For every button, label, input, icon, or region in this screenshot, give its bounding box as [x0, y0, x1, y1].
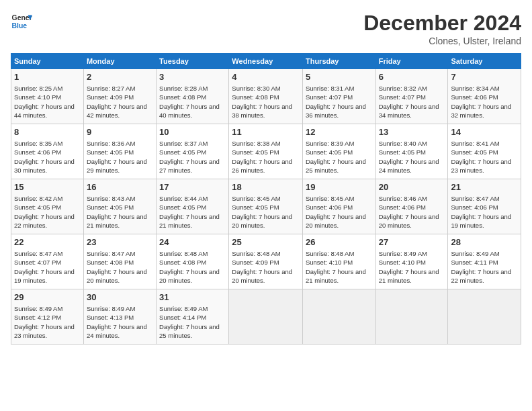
col-friday: Friday [375, 54, 448, 69]
week-row-5: 29Sunrise: 8:49 AMSunset: 4:12 PMDayligh… [11, 289, 521, 345]
sunrise-label: Sunrise: 8:32 AM [379, 85, 427, 92]
main-title: December 2024 [363, 11, 521, 36]
sunset-label: Sunset: 4:08 PM [232, 93, 279, 101]
cell-3-3: 17Sunrise: 8:44 AMSunset: 4:05 PMDayligh… [157, 179, 229, 234]
sunrise-label: Sunrise: 8:37 AM [159, 140, 208, 147]
daylight-label: Daylight: 7 hours and 19 minutes. [14, 268, 75, 284]
week-row-3: 15Sunrise: 8:42 AMSunset: 4:05 PMDayligh… [11, 179, 521, 234]
sunrise-label: Sunrise: 8:44 AM [159, 195, 208, 202]
sunrise-label: Sunrise: 8:49 AM [159, 305, 208, 312]
day-number: 22 [14, 236, 81, 248]
daylight-label: Daylight: 7 hours and 36 minutes. [306, 103, 366, 119]
cell-2-6: 13Sunrise: 8:40 AMSunset: 4:05 PMDayligh… [375, 124, 448, 179]
week-row-1: 1Sunrise: 8:25 AMSunset: 4:10 PMDaylight… [11, 69, 521, 124]
day-number: 23 [87, 236, 153, 248]
sunrise-label: Sunrise: 8:25 AM [14, 85, 62, 92]
day-number: 21 [451, 181, 518, 193]
cell-3-6: 20Sunrise: 8:46 AMSunset: 4:06 PMDayligh… [375, 179, 448, 234]
day-number: 1 [14, 71, 81, 83]
sunrise-label: Sunrise: 8:42 AM [14, 195, 62, 202]
header-row: Sunday Monday Tuesday Wednesday Thursday… [11, 54, 521, 69]
col-saturday: Saturday [448, 54, 521, 69]
cell-1-4: 4Sunrise: 8:30 AMSunset: 4:08 PMDaylight… [229, 69, 303, 124]
day-number: 11 [232, 126, 300, 138]
daylight-label: Daylight: 7 hours and 44 minutes. [14, 103, 75, 119]
sunset-label: Sunset: 4:05 PM [87, 148, 134, 156]
sunrise-label: Sunrise: 8:38 AM [232, 140, 280, 147]
day-number: 29 [14, 291, 81, 304]
day-number: 8 [14, 126, 81, 138]
daylight-label: Daylight: 7 hours and 19 minutes. [451, 213, 511, 229]
sunset-label: Sunset: 4:07 PM [379, 93, 426, 101]
day-number: 15 [14, 181, 81, 193]
day-number: 6 [379, 71, 445, 83]
daylight-label: Daylight: 7 hours and 21 minutes. [87, 213, 147, 229]
cell-1-2: 2Sunrise: 8:27 AMSunset: 4:09 PMDaylight… [83, 69, 156, 124]
cell-2-1: 8Sunrise: 8:35 AMSunset: 4:06 PMDaylight… [11, 124, 84, 179]
daylight-label: Daylight: 7 hours and 20 minutes. [232, 268, 292, 284]
daylight-label: Daylight: 7 hours and 21 minutes. [159, 213, 220, 229]
cell-3-2: 16Sunrise: 8:43 AMSunset: 4:05 PMDayligh… [83, 179, 156, 234]
cell-3-1: 15Sunrise: 8:42 AMSunset: 4:05 PMDayligh… [11, 179, 84, 234]
col-sunday: Sunday [11, 54, 84, 69]
day-number: 18 [232, 181, 300, 193]
sunset-label: Sunset: 4:10 PM [14, 93, 61, 101]
sunrise-label: Sunrise: 8:49 AM [379, 250, 427, 257]
cell-1-5: 5Sunrise: 8:31 AMSunset: 4:07 PMDaylight… [302, 69, 375, 124]
daylight-label: Daylight: 7 hours and 21 minutes. [306, 268, 366, 284]
title-block: December 2024 Clones, Ulster, Ireland [363, 11, 521, 46]
sunrise-label: Sunrise: 8:30 AM [232, 85, 280, 92]
daylight-label: Daylight: 7 hours and 32 minutes. [451, 103, 511, 119]
day-number: 28 [451, 236, 518, 248]
sunrise-label: Sunrise: 8:45 AM [232, 195, 280, 202]
sunset-label: Sunset: 4:13 PM [87, 314, 134, 321]
subtitle: Clones, Ulster, Ireland [363, 36, 521, 46]
logo-icon: General Blue [11, 11, 32, 32]
sunrise-label: Sunrise: 8:49 AM [14, 305, 62, 312]
daylight-label: Daylight: 7 hours and 24 minutes. [87, 323, 147, 339]
daylight-label: Daylight: 7 hours and 20 minutes. [87, 268, 147, 284]
sunset-label: Sunset: 4:05 PM [306, 148, 353, 156]
daylight-label: Daylight: 7 hours and 20 minutes. [232, 213, 292, 229]
calendar-table: Sunday Monday Tuesday Wednesday Thursday… [11, 53, 521, 345]
cell-4-3: 24Sunrise: 8:48 AMSunset: 4:08 PMDayligh… [157, 234, 229, 289]
sunset-label: Sunset: 4:11 PM [451, 259, 498, 266]
sunset-label: Sunset: 4:06 PM [306, 203, 353, 211]
day-number: 4 [232, 71, 300, 83]
day-number: 26 [306, 236, 373, 248]
sunrise-label: Sunrise: 8:35 AM [14, 140, 62, 147]
daylight-label: Daylight: 7 hours and 42 minutes. [87, 103, 147, 119]
day-number: 16 [87, 181, 153, 193]
cell-1-1: 1Sunrise: 8:25 AMSunset: 4:10 PMDaylight… [11, 69, 84, 124]
sunrise-label: Sunrise: 8:34 AM [451, 85, 499, 92]
col-wednesday: Wednesday [229, 54, 303, 69]
daylight-label: Daylight: 7 hours and 27 minutes. [159, 158, 220, 174]
col-thursday: Thursday [302, 54, 375, 69]
day-number: 2 [87, 71, 153, 83]
cell-1-7: 7Sunrise: 8:34 AMSunset: 4:06 PMDaylight… [448, 69, 521, 124]
sunrise-label: Sunrise: 8:48 AM [232, 250, 280, 257]
sunset-label: Sunset: 4:06 PM [451, 93, 498, 101]
sunset-label: Sunset: 4:08 PM [87, 259, 134, 266]
cell-4-1: 22Sunrise: 8:47 AMSunset: 4:07 PMDayligh… [11, 234, 84, 289]
sunrise-label: Sunrise: 8:49 AM [87, 305, 135, 312]
sunset-label: Sunset: 4:06 PM [451, 203, 498, 211]
day-number: 12 [306, 126, 373, 138]
daylight-label: Daylight: 7 hours and 22 minutes. [451, 268, 511, 284]
cell-5-6 [375, 289, 448, 345]
sunrise-label: Sunrise: 8:41 AM [451, 140, 499, 147]
day-number: 31 [159, 291, 226, 304]
sunrise-label: Sunrise: 8:48 AM [159, 250, 208, 257]
week-row-4: 22Sunrise: 8:47 AMSunset: 4:07 PMDayligh… [11, 234, 521, 289]
day-number: 3 [159, 71, 226, 83]
daylight-label: Daylight: 7 hours and 29 minutes. [87, 158, 147, 174]
daylight-label: Daylight: 7 hours and 23 minutes. [14, 323, 75, 339]
day-number: 30 [87, 291, 153, 304]
cell-4-2: 23Sunrise: 8:47 AMSunset: 4:08 PMDayligh… [83, 234, 156, 289]
page: General Blue December 2024 Clones, Ulste… [0, 0, 532, 411]
sunset-label: Sunset: 4:07 PM [306, 93, 353, 101]
sunset-label: Sunset: 4:05 PM [159, 148, 206, 156]
cell-4-6: 27Sunrise: 8:49 AMSunset: 4:10 PMDayligh… [375, 234, 448, 289]
cell-1-6: 6Sunrise: 8:32 AMSunset: 4:07 PMDaylight… [375, 69, 448, 124]
daylight-label: Daylight: 7 hours and 20 minutes. [379, 213, 439, 229]
